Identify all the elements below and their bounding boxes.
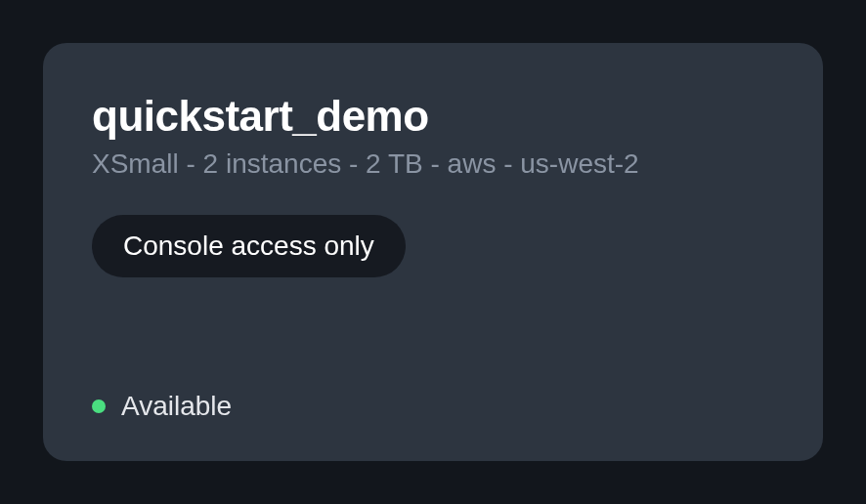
instance-specs: XSmall - 2 instances - 2 TB - aws - us-w… <box>92 148 774 180</box>
instance-title: quickstart_demo <box>92 92 774 141</box>
status-row: Available <box>92 391 774 422</box>
status-dot-icon <box>92 399 106 413</box>
access-badge: Console access only <box>92 215 406 277</box>
instance-card[interactable]: quickstart_demo XSmall - 2 instances - 2… <box>43 43 823 461</box>
status-label: Available <box>121 391 232 422</box>
